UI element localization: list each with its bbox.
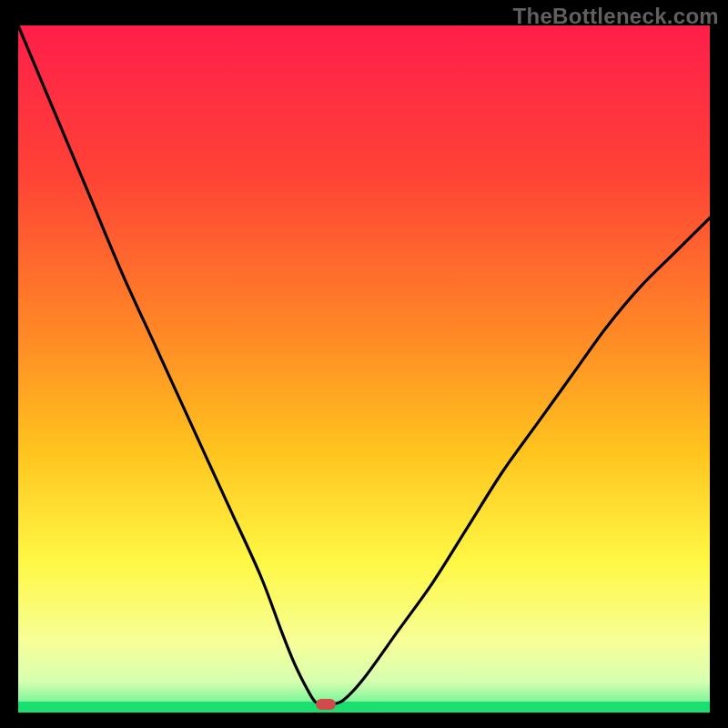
chart-frame: TheBottleneck.com: [0, 0, 728, 728]
optimal-marker: [316, 699, 336, 710]
plot-area: [18, 25, 710, 713]
watermark-text: TheBottleneck.com: [513, 4, 719, 29]
bottleneck-curve: [18, 25, 710, 713]
